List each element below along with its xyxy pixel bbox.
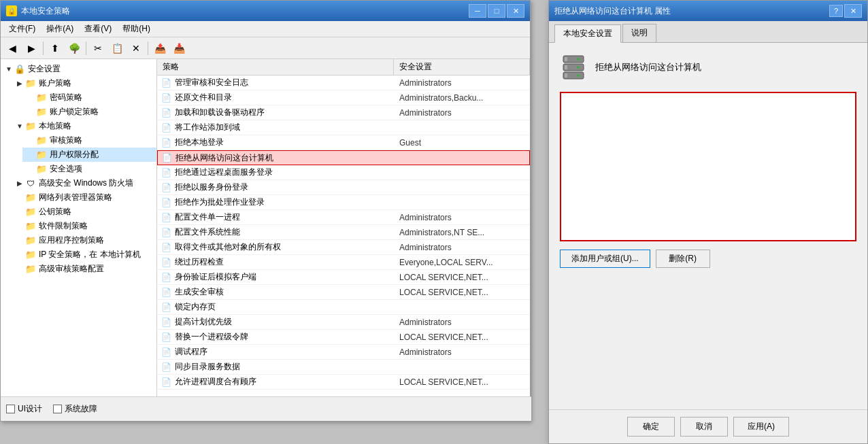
menu-action[interactable]: 操作(A) [41,22,79,36]
list-row[interactable]: 📄 拒绝以服务身份登录 [157,180,530,195]
dialog-help-button[interactable]: ? [829,5,843,17]
row-policy-13: 📄 身份验证后模拟客户端 [157,271,394,284]
list-row[interactable]: 📄 还原文件和目录 Administrators,Backu... [157,90,530,105]
tab-description[interactable]: 说明 [622,24,656,42]
row-setting-9: Administrators [394,213,530,222]
server-svg-icon [561,54,586,80]
dialog-footer: 确定 取消 应用(A) [549,409,867,443]
main-window-icon: 🔒 [6,5,17,16]
list-row[interactable]: 📄 允许进程调度合有顾序 LOCAL SERVICE,NET... [157,375,530,390]
show-tree-button[interactable]: 🌳 [65,40,83,56]
list-row[interactable]: 📄 提高计划优先级 Administrators [157,315,530,330]
list-row[interactable]: 📄 锁定内存页 [157,300,530,315]
tree-item-ip-security[interactable]: 📁 IP 安全策略，在 本地计算机 [12,247,156,262]
tree-item-account-policy[interactable]: ▶ 📁 账户策略 [12,76,156,90]
dialog-close-button[interactable]: ✕ [844,4,862,18]
list-row-highlighted[interactable]: 📄 拒绝从网络访问这台计算机 [157,150,530,165]
menu-view[interactable]: 查看(V) [79,22,117,36]
list-row[interactable]: 📄 将工作站添加到域 [157,120,530,135]
list-header: 策略 安全设置 [157,59,530,75]
ok-button[interactable]: 确定 [627,417,675,437]
add-user-button[interactable]: 添加用户或组(U)... [560,250,650,268]
list-row[interactable]: 📄 加载和卸载设备驱动程序 Administrators [157,105,530,120]
export-button[interactable]: 📤 [151,40,169,56]
list-row[interactable]: 📄 取得文件或其他对象的所有权 Administrators [157,240,530,255]
list-row[interactable]: 📄 拒绝本地登录 Guest [157,135,530,150]
maximize-button[interactable]: □ [488,4,505,18]
policy-icon-0: 📄 [160,77,172,89]
tree-item-lockout-policy[interactable]: 📁 账户锁定策略 [22,105,156,119]
tree-item-software-restrict[interactable]: 📁 软件限制策略 [12,219,156,233]
policy-icon-20: 📄 [160,376,172,388]
tree-toggle-security: ▼ [3,65,14,73]
list-row[interactable]: 📄 调试程序 Administrators [157,345,530,360]
close-button[interactable]: ✕ [507,4,524,18]
policy-icon-12: 📄 [160,256,172,269]
tree-item-security-options[interactable]: 📁 安全选项 [22,162,156,176]
tree-item-firewall[interactable]: ▶ 🛡 高级安全 Windows 防火墙 [12,176,156,190]
dialog-window: 拒绝从网络访问这台计算机 属性 ? ✕ 本地安全设置 说明 [548,0,868,444]
import-button[interactable]: 📥 [170,40,188,56]
list-row[interactable]: 📄 配置文件单一进程 Administrators [157,210,530,225]
status-checkbox-system[interactable] [53,405,62,413]
main-title-bar: 🔒 本地安全策略 ─ □ ✕ [1,1,530,21]
menu-file[interactable]: 文件(F) [3,22,41,36]
folder-icon-advanced-audit: 📁 [25,264,36,275]
tree-label-password: 密码策略 [50,92,82,103]
tree-item-public-key[interactable]: 📁 公钥策略 [12,205,156,219]
tree-label-audit: 审核策略 [50,135,82,146]
row-policy-9: 📄 配置文件单一进程 [157,211,394,224]
row-setting-18: Administrators [394,347,530,357]
tree-item-network-list[interactable]: 📁 网络列表管理器策略 [12,190,156,205]
tree-item-user-rights[interactable]: 📁 用户权限分配 [22,148,156,162]
policy-icon-11: 📄 [160,241,172,254]
folder-icon-security-options: 📁 [36,164,47,175]
list-row[interactable]: 📄 拒绝通过远程桌面服务登录 [157,165,530,180]
list-body: 📄 管理审核和安全日志 Administrators 📄 还原文件和目录 Adm… [157,75,530,396]
status-checkbox-ui[interactable] [6,405,15,413]
tree-item-local-policy[interactable]: ▼ 📁 本地策略 [12,119,156,133]
col-header-policy[interactable]: 策略 [157,59,394,75]
tab-local-security[interactable]: 本地安全设置 [554,24,621,43]
forward-button[interactable]: ▶ [22,40,40,56]
svg-rect-4 [565,65,567,69]
row-policy-11: 📄 取得文件或其他对象的所有权 [157,241,394,254]
policy-icon-7: 📄 [160,182,172,194]
dialog-header-title: 拒绝从网络访问这台计算机 [595,61,701,73]
folder-icon-ip-security: 📁 [25,250,36,260]
menu-help[interactable]: 帮助(H) [117,22,156,36]
apply-button[interactable]: 应用(A) [733,417,789,437]
list-row[interactable]: 📄 拒绝作为批处理作业登录 [157,195,530,210]
list-row[interactable]: 📄 生成安全审核 LOCAL SERVICE,NET... [157,285,530,300]
delete-button[interactable]: ✕ [127,40,145,56]
list-row[interactable]: 📄 同步目录服务数据 [157,360,530,375]
tree-item-advanced-audit[interactable]: 📁 高级审核策略配置 [12,262,156,276]
status-bar: UI设计 系统故障 [1,396,531,421]
list-row[interactable]: 📄 配置文件系统性能 Administrators,NT SE... [157,225,530,240]
tree-label-security-options: 安全选项 [50,163,82,175]
list-row[interactable]: 📄 身份验证后模拟客户端 LOCAL SERVICE,NET... [157,270,530,285]
cancel-button[interactable]: 取消 [680,417,728,437]
toolbar-sep-2 [86,41,86,55]
tree-item-app-control[interactable]: 📁 应用程序控制策略 [12,233,156,247]
minimize-button[interactable]: ─ [469,4,486,18]
policy-icon-13: 📄 [160,271,172,284]
dialog-content: 拒绝从网络访问这台计算机 添加用户或组(U)... 删除(R) [549,43,867,279]
copy-button[interactable]: ✂ [89,40,107,56]
tree-item-audit-policy[interactable]: 📁 审核策略 [22,133,156,148]
tree-label-lockout: 账户锁定策略 [50,106,99,118]
dialog-title-text: 拒绝从网络访问这台计算机 属性 [554,5,829,17]
up-button[interactable]: ⬆ [46,40,64,56]
list-row[interactable]: 📄 管理审核和安全日志 Administrators [157,75,530,90]
list-row[interactable]: 📄 替换一个进程级令牌 LOCAL SERVICE,NET... [157,330,530,345]
users-list-box[interactable] [560,92,856,241]
back-button[interactable]: ◀ [3,40,21,56]
tree-item-security-settings[interactable]: ▼ 🔒 安全设置 [1,62,156,76]
delete-button[interactable]: 删除(R) [656,250,710,268]
svg-point-2 [577,58,580,61]
tree-toggle-account: ▶ [14,80,25,87]
col-header-setting[interactable]: 安全设置 [394,59,530,75]
list-row[interactable]: 📄 绕过历程检查 Everyone,LOCAL SERV... [157,255,530,270]
tree-item-password-policy[interactable]: 📁 密码策略 [22,90,156,105]
paste-button[interactable]: 📋 [108,40,126,56]
